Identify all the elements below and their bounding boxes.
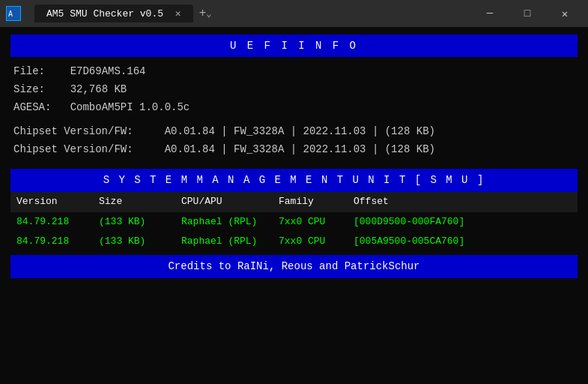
tab-area: AM5 SMU Checker v0.5 ✕ + ⌄	[34, 4, 212, 22]
row1-family: 7xx0 CPU	[279, 214, 354, 230]
maximize-button[interactable]: □	[510, 0, 545, 27]
app-icon: A	[6, 6, 21, 21]
smu-row-1: 84.79.218 (133 KB) Raphael (RPL) 7xx0 CP…	[10, 212, 578, 232]
size-label: Size:	[13, 83, 45, 95]
row2-cpu: Raphael (RPL)	[181, 234, 279, 250]
active-tab[interactable]: AM5 SMU Checker v0.5 ✕	[34, 4, 193, 22]
chipset-value-2: A0.01.84 | FW_3328A | 2022.11.03 | (128 …	[165, 143, 435, 155]
new-tab-button[interactable]: +	[199, 7, 207, 20]
svg-text:A: A	[8, 10, 13, 18]
credits-bar: Credits to RaINi, Reous and PatrickSchur	[10, 255, 578, 278]
titlebar: A AM5 SMU Checker v0.5 ✕ + ⌄ ─ □ ✕	[0, 0, 588, 27]
agesa-line: AGESA: ComboAM5PI 1.0.0.5c	[13, 99, 578, 117]
chipset-label-2: Chipset Version/FW:	[13, 143, 133, 155]
file-value: E7D69AMS.164	[70, 65, 146, 77]
agesa-label: AGESA:	[13, 101, 51, 113]
row2-family: 7xx0 CPU	[279, 234, 354, 250]
row2-version: 84.79.218	[16, 234, 99, 250]
chipset-value-1: A0.01.84 | FW_3328A | 2022.11.03 | (128 …	[165, 125, 435, 137]
uefi-info-block: File: E7D69AMS.164 Size: 32,768 KB AGESA…	[10, 63, 578, 116]
chipset-label-1: Chipset Version/FW:	[13, 125, 133, 137]
uefi-header: U E F I I N F O	[10, 34, 578, 57]
smu-column-headers: Version Size CPU/APU Family Offset	[10, 192, 578, 212]
col-header-family: Family	[279, 194, 354, 210]
col-header-cpu: CPU/APU	[181, 194, 279, 210]
col-header-offset: Offset	[354, 194, 572, 210]
row1-version: 84.79.218	[16, 214, 99, 230]
smu-row-2: 84.79.218 (133 KB) Raphael (RPL) 7xx0 CP…	[10, 232, 578, 252]
size-value: 32,768 KB	[70, 83, 127, 95]
tab-dropdown-icon[interactable]: ⌄	[206, 8, 211, 20]
row1-offset: [000D9500-000FA760]	[354, 214, 572, 230]
col-header-size: Size	[99, 194, 181, 210]
row2-size: (133 KB)	[99, 234, 181, 250]
file-label: File:	[13, 65, 45, 77]
row2-offset: [005A9500-005CA760]	[354, 234, 572, 250]
col-header-version: Version	[16, 194, 99, 210]
chipset-block: Chipset Version/FW: A0.01.84 | FW_3328A …	[10, 123, 578, 159]
main-content: U E F I I N F O File: E7D69AMS.164 Size:…	[0, 27, 588, 384]
smu-section: S Y S T E M M A N A G E M E N T U N I T …	[10, 169, 578, 252]
chipset-line-2: Chipset Version/FW: A0.01.84 | FW_3328A …	[13, 141, 578, 159]
agesa-value: ComboAM5PI 1.0.0.5c	[70, 101, 190, 113]
row1-size: (133 KB)	[99, 214, 181, 230]
close-button[interactable]: ✕	[548, 0, 582, 27]
tab-label: AM5 SMU Checker v0.5	[46, 8, 163, 20]
size-line: Size: 32,768 KB	[13, 81, 578, 99]
chipset-line-1: Chipset Version/FW: A0.01.84 | FW_3328A …	[13, 123, 578, 141]
tab-close-icon[interactable]: ✕	[175, 8, 181, 20]
smu-header: S Y S T E M M A N A G E M E N T U N I T …	[10, 169, 578, 191]
window-controls: ─ □ ✕	[473, 0, 582, 27]
minimize-button[interactable]: ─	[473, 0, 507, 27]
row1-cpu: Raphael (RPL)	[181, 214, 279, 230]
file-line: File: E7D69AMS.164	[13, 63, 578, 81]
